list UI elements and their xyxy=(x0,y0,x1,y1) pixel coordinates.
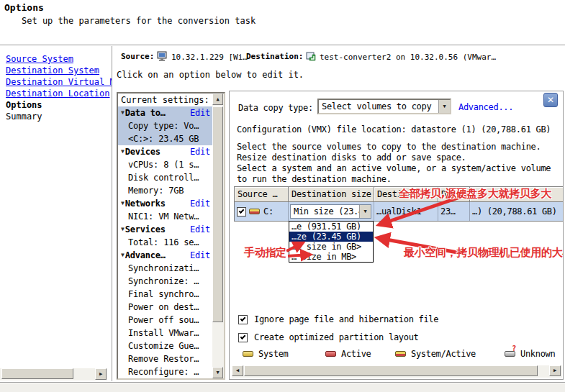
volume-name: C: xyxy=(263,206,274,216)
setting-row[interactable]: Power on dest… xyxy=(118,301,212,314)
settings-vertical-scrollbar[interactable]: ▲ ▼ xyxy=(212,94,224,378)
ignore-pagefile-checkbox[interactable] xyxy=(238,315,248,324)
setting-row[interactable]: Install VMwar… xyxy=(118,327,212,339)
datastore-cell: …) (20,788.61 GB) xyxy=(470,202,563,221)
edit-link[interactable]: Edit xyxy=(190,106,212,119)
instruction-line: Resize destination disks to add or save … xyxy=(237,152,466,163)
collapse-arrow-icon[interactable]: ▼ xyxy=(121,106,125,119)
setting-row[interactable]: Synchronize: … xyxy=(118,275,212,288)
destination-disk-cell: …ualDisk1 xyxy=(374,202,438,221)
question-mark-icon: ? xyxy=(512,345,516,352)
nav-destination-virtual-machine[interactable]: Destination Virtual M xyxy=(6,76,112,88)
system-active-disk-icon xyxy=(395,351,406,357)
size-dropdown-list: …e (931.51 GB) …ze (23.45 GB) …e size in… xyxy=(289,221,374,263)
setting-row[interactable]: Copy type: Vo… xyxy=(118,119,212,132)
data-copy-type-label: Data copy type: xyxy=(238,103,313,113)
edit-link[interactable]: Edit xyxy=(190,223,212,236)
legend-unknown: ? Unknown xyxy=(505,349,555,359)
setting-row[interactable]: Memory: 7GB xyxy=(118,184,212,197)
size-option-min-size[interactable]: …ze (23.45 GB) xyxy=(289,232,373,242)
collapse-arrow-icon[interactable]: ▼ xyxy=(121,197,125,210)
volume-options-panel: ✕ Data copy type: Select volumes to copy… xyxy=(229,91,564,380)
vmx-location-text: Configuration (VMX) file location: datas… xyxy=(237,124,551,135)
settings-list: ▼Data to…Edit Copy type: Vo… <C:>: 23.45… xyxy=(118,106,212,378)
scroll-left-button[interactable]: ◀ xyxy=(232,365,243,376)
checkbox-label: Ignore page file and hibernation file xyxy=(254,314,438,324)
nav-destination-location[interactable]: Destination Location xyxy=(6,88,112,99)
annotation-source-disk-size: 源硬盘多大就拷贝多大 xyxy=(446,187,551,201)
setting-row[interactable]: Synchronizati… xyxy=(118,262,212,275)
scroll-up-button[interactable]: ▲ xyxy=(212,94,223,105)
edit-link[interactable]: Edit xyxy=(190,197,212,210)
setting-group-services[interactable]: ▼ServicesEdit xyxy=(118,223,212,236)
data-copy-type-select[interactable]: Select volumes to copy ▼ xyxy=(317,99,451,114)
setting-row[interactable]: NIC1: VM Netw… xyxy=(118,210,212,223)
total-size-cell: 23… xyxy=(438,202,470,221)
nav-horizontal-scrollbar[interactable]: ▶ xyxy=(0,368,107,380)
setting-group-networks[interactable]: ▼NetworksEdit xyxy=(118,197,212,210)
unknown-disk-icon: ? xyxy=(505,351,515,357)
panel-horizontal-scrollbar[interactable]: ◀ ▶ xyxy=(232,365,562,378)
column-header-destination-size[interactable]: Destination size xyxy=(289,187,374,202)
page-subtitle: Set up the parameters for the conversion… xyxy=(22,16,256,26)
destination-size-select[interactable]: Min size (23.4 ▼ xyxy=(290,204,371,219)
edit-link[interactable]: Edit xyxy=(190,249,212,262)
optimized-partition-checkbox[interactable] xyxy=(238,333,248,342)
advanced-link[interactable]: Advanced... xyxy=(458,102,513,112)
source-value: 10.32.1.229 [Wi… xyxy=(171,53,248,62)
setting-row[interactable]: Customize Gue… xyxy=(118,339,212,352)
volume-row-c[interactable]: C: Min size (23.4 ▼ …ualDisk1 23… …) (20… xyxy=(235,202,563,221)
setting-row[interactable]: Disk controll… xyxy=(118,171,212,184)
collapse-arrow-icon[interactable]: ▼ xyxy=(121,249,125,262)
bottom-strip xyxy=(0,383,565,392)
setting-group-advanced[interactable]: ▼Advance…Edit xyxy=(118,249,212,262)
checkbox-label: Create optimized partition layout xyxy=(254,332,419,342)
scrollbar-thumb[interactable] xyxy=(212,106,223,322)
instruction-line: to run the destination machine. xyxy=(237,174,392,184)
setting-row[interactable]: Reconfigure: … xyxy=(118,365,212,378)
destination-vm-icon xyxy=(306,51,317,61)
nav-summary: Summary xyxy=(6,111,112,122)
nav-destination-system[interactable]: Destination System xyxy=(6,65,112,76)
legend-active: Active xyxy=(325,349,371,359)
volume-checkbox[interactable] xyxy=(237,207,246,216)
nav-source-system[interactable]: Source System xyxy=(6,53,112,65)
close-panel-button[interactable]: ✕ xyxy=(543,93,558,107)
annotation-manual-specify: 手动指定 xyxy=(244,246,286,260)
system-active-disk-icon xyxy=(249,209,260,214)
ignore-pagefile-option: Ignore page file and hibernation file xyxy=(238,314,438,324)
setting-row[interactable]: Remove Restor… xyxy=(118,352,212,365)
setting-row[interactable]: Total: 116 se… xyxy=(118,236,212,249)
setting-row[interactable]: Final synchro… xyxy=(118,288,212,301)
setting-group-data-to-copy[interactable]: ▼Data to…Edit xyxy=(118,106,212,119)
edit-link[interactable]: Edit xyxy=(190,145,212,158)
scroll-right-button[interactable]: ▶ xyxy=(95,368,107,380)
annotation-min-space: 最小空间，拷贝物理机已使用的大小 xyxy=(404,246,564,260)
scroll-right-button[interactable]: ▶ xyxy=(549,365,561,376)
source-label: Source: xyxy=(121,52,154,61)
source-computer-icon xyxy=(157,51,168,61)
size-option-type-mb[interactable]: … size in MB> xyxy=(289,252,373,262)
setting-row[interactable]: Power off sou… xyxy=(118,314,212,327)
size-option-maintain[interactable]: …e (931.51 GB) xyxy=(289,222,373,232)
collapse-arrow-icon[interactable]: ▼ xyxy=(121,145,125,158)
destination-label: Destination: xyxy=(246,52,303,61)
destination-value: test-converter2 on 10.32.0.56 (VMwar… xyxy=(320,53,496,62)
size-option-type-gb[interactable]: …e size in GB> xyxy=(289,242,373,252)
dropdown-arrow-icon[interactable]: ▼ xyxy=(438,100,450,113)
dropdown-arrow-icon[interactable]: ▼ xyxy=(359,205,371,218)
scroll-down-button[interactable]: ▼ xyxy=(212,367,223,378)
setting-row[interactable]: <C:>: 23.45 GB xyxy=(118,132,212,145)
collapse-arrow-icon[interactable]: ▼ xyxy=(121,223,125,236)
instruction-line: Select a system and an active volume, or… xyxy=(237,163,551,173)
setting-group-devices[interactable]: ▼DevicesEdit xyxy=(118,145,212,158)
annotation-copy-all: 全部拷贝, xyxy=(399,187,445,201)
current-settings-panel: Current settings: ▼Data to…Edit Copy typ… xyxy=(117,92,225,380)
scrollbar-thumb[interactable] xyxy=(1,368,73,379)
column-header-source[interactable]: Source … xyxy=(235,187,289,202)
system-disk-icon xyxy=(243,351,253,357)
setting-row[interactable]: vCPUs: 8 (1 s… xyxy=(118,158,212,171)
scrollbar-thumb[interactable] xyxy=(244,365,538,376)
active-disk-icon xyxy=(325,351,336,357)
page-title: Options xyxy=(4,2,44,13)
